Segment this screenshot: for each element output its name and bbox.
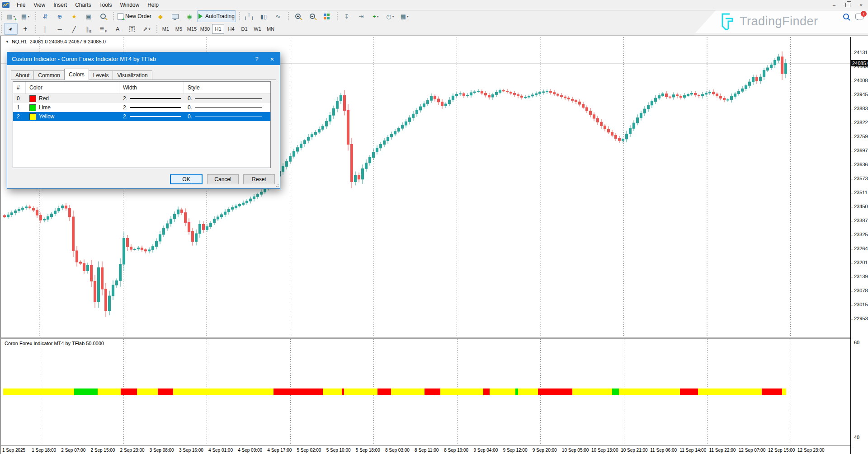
menu-window[interactable]: Window	[116, 0, 144, 10]
tab-common[interactable]: Common	[33, 70, 65, 80]
zoom-in-button[interactable]: +	[291, 10, 305, 22]
menu-view[interactable]: View	[29, 0, 49, 10]
menu-help[interactable]: Help	[143, 0, 163, 10]
symbol-dropdown-icon[interactable]: ▼	[5, 40, 9, 44]
trendline-button[interactable]: ╱	[67, 23, 81, 35]
time-label: 1 Sep 2025	[2, 448, 25, 453]
publish-button[interactable]	[168, 10, 182, 22]
timeframe-d1-button[interactable]: D1	[238, 24, 250, 34]
tab-about[interactable]: About	[11, 70, 34, 80]
indicators-button[interactable]: +▾	[369, 10, 382, 22]
color-swatch	[29, 104, 36, 111]
candlestick-mode-button[interactable]: ▮▯	[257, 10, 270, 22]
price-tick	[851, 221, 853, 221]
close-button[interactable]: ×	[854, 0, 868, 10]
column-header[interactable]: Color	[26, 82, 119, 94]
table-row-yellow[interactable]: 2Yellow2.0.	[13, 112, 270, 121]
search-icon[interactable]	[843, 14, 849, 19]
arrows-button[interactable]: ⇗▾	[140, 23, 153, 35]
timeframe-h1-button[interactable]: H1	[212, 24, 224, 34]
text-button[interactable]: A	[111, 23, 124, 35]
price-tick	[851, 249, 853, 249]
dialog-close-icon[interactable]: ×	[264, 52, 280, 65]
menu-file[interactable]: File	[13, 0, 29, 10]
vertical-line-button[interactable]: │	[38, 23, 52, 35]
custom-indicator-dialog: Custom Indicator - Coron Forex Indicator…	[7, 52, 280, 189]
cursor-button[interactable]: ➤	[4, 23, 18, 35]
table-row-lime[interactable]: 1Lime2.0.	[13, 103, 270, 112]
timeframe-m1-button[interactable]: M1	[160, 24, 172, 34]
terminal-button[interactable]: ▣	[82, 10, 95, 22]
row-index: 2	[17, 113, 20, 120]
time-axis[interactable]: 1 Sep 20251 Sep 18:002 Sep 07:002 Sep 15…	[1, 446, 850, 454]
tile-windows-button[interactable]	[320, 10, 334, 22]
timeframe-h4-button[interactable]: H4	[225, 24, 237, 34]
dialog-help-button[interactable]: ?	[249, 52, 264, 65]
equidistant-channel-button[interactable]: ∥E	[82, 23, 95, 35]
column-header[interactable]: #	[13, 82, 26, 94]
ok-button[interactable]: OK	[170, 174, 203, 184]
timeframe-w1-button[interactable]: W1	[251, 24, 264, 34]
text-label-button[interactable]: T	[125, 23, 139, 35]
resize-grip[interactable]	[275, 183, 278, 187]
width-value: 2.	[123, 95, 127, 102]
indicator-segment-yellow	[698, 388, 762, 395]
column-header[interactable]: Width	[119, 82, 184, 94]
data-window-button[interactable]: ⊕	[53, 10, 66, 22]
indicator-segment-yellow	[137, 388, 158, 395]
table-row-red[interactable]: 0Red2.0.	[13, 94, 270, 103]
reset-button[interactable]: Reset	[243, 174, 275, 184]
tab-colors[interactable]: Colors	[64, 69, 89, 80]
timeframe-m30-button[interactable]: M30	[199, 24, 211, 34]
dialog-titlebar[interactable]: Custom Indicator - Coron Forex Indicator…	[7, 52, 280, 65]
timeframe-m5-button[interactable]: M5	[173, 24, 185, 34]
vertical-line-icon: │	[43, 26, 47, 33]
indicator-lines-list: #ColorWidthStyle 0Red2.0.1Lime2.0.2Yello…	[13, 81, 271, 168]
profiles-button[interactable]: ▤▾	[19, 10, 32, 22]
market-watch-button[interactable]: ⇵	[38, 10, 52, 22]
zoom-out-button[interactable]: −	[306, 10, 319, 22]
indicator-segment-yellow	[3, 388, 74, 395]
horizontal-line-button[interactable]: ─	[53, 23, 66, 35]
time-label: 9 Sep 12:00	[503, 448, 528, 453]
column-header[interactable]: Style	[184, 82, 270, 94]
cancel-button[interactable]: Cancel	[207, 174, 239, 184]
chevron-down-icon: ▾	[28, 14, 29, 19]
tab-levels[interactable]: Levels	[89, 70, 113, 80]
crosshair-button[interactable]: +	[19, 23, 32, 35]
color-name: Lime	[39, 104, 51, 111]
row-index: 0	[17, 95, 20, 102]
line-chart-mode-button[interactable]: ∿	[271, 10, 285, 22]
tradingfinder-logo-icon	[719, 13, 735, 31]
navigator-button[interactable]: ★	[67, 10, 81, 22]
time-label: 12 Sep 23:00	[797, 448, 825, 453]
fibonacci-retracement-button[interactable]: ≣F	[96, 23, 110, 35]
indicator-pane[interactable]: Coron Forex Indicator MT4 by TFlab 50.00…	[1, 339, 850, 445]
new-order-button[interactable]: New Order	[116, 10, 153, 22]
new-chart-button[interactable]: ▥+▾	[4, 10, 18, 22]
signals-button[interactable]: ◉	[183, 10, 196, 22]
templates-button[interactable]: ▦▾	[398, 10, 411, 22]
chart-shift-button[interactable]: ⇥	[354, 10, 368, 22]
chat-icon[interactable]: 1	[855, 14, 863, 19]
price-axis[interactable]: 24085.0 24131.024069.524008.023945.02388…	[850, 37, 868, 454]
metaeditor-button[interactable]: ◆	[154, 10, 167, 22]
menu-insert[interactable]: Insert	[49, 0, 71, 10]
bar-chart-mode-button[interactable]: ╷╵╷	[242, 10, 256, 22]
autotrading-button[interactable]: AutoTrading	[197, 10, 236, 22]
periods-button[interactable]: ◷▾	[383, 10, 397, 22]
price-label: 23511.5	[854, 190, 868, 195]
indicator-segment-red	[121, 388, 137, 395]
timeframe-m15-button[interactable]: M15	[186, 24, 198, 34]
dialog-title: Custom Indicator - Coron Forex Indicator…	[12, 56, 156, 62]
restore-button[interactable]	[841, 0, 854, 10]
price-label: 23201.0	[854, 260, 868, 265]
minimize-button[interactable]: –	[827, 0, 841, 10]
menu-charts[interactable]: Charts	[71, 0, 95, 10]
timeframe-mn-button[interactable]: MN	[264, 24, 277, 34]
auto-scroll-button[interactable]: ↧	[340, 10, 354, 22]
time-label: 10 Sep 13:00	[591, 448, 618, 453]
strategy-tester-button[interactable]	[96, 10, 110, 22]
menu-tools[interactable]: Tools	[95, 0, 116, 10]
tab-visualization[interactable]: Visualization	[113, 70, 152, 80]
